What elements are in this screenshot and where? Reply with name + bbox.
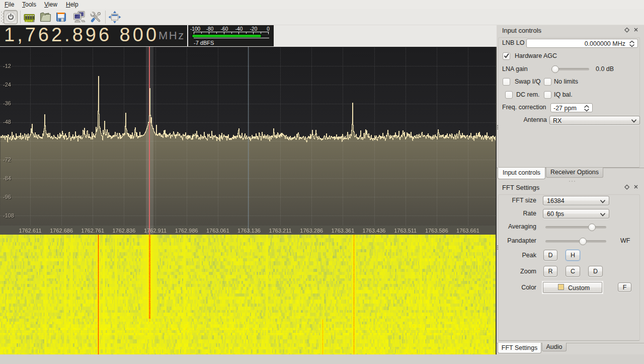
svg-text:-40: -40: [235, 26, 243, 32]
svg-text:-80: -80: [206, 26, 214, 32]
svg-text:-60: -60: [221, 26, 228, 32]
svg-text:0: 0: [267, 26, 270, 32]
svg-text:-100: -100: [190, 26, 200, 32]
svg-text:-20: -20: [250, 26, 258, 32]
svg-text:-7 dBFS: -7 dBFS: [194, 40, 214, 46]
